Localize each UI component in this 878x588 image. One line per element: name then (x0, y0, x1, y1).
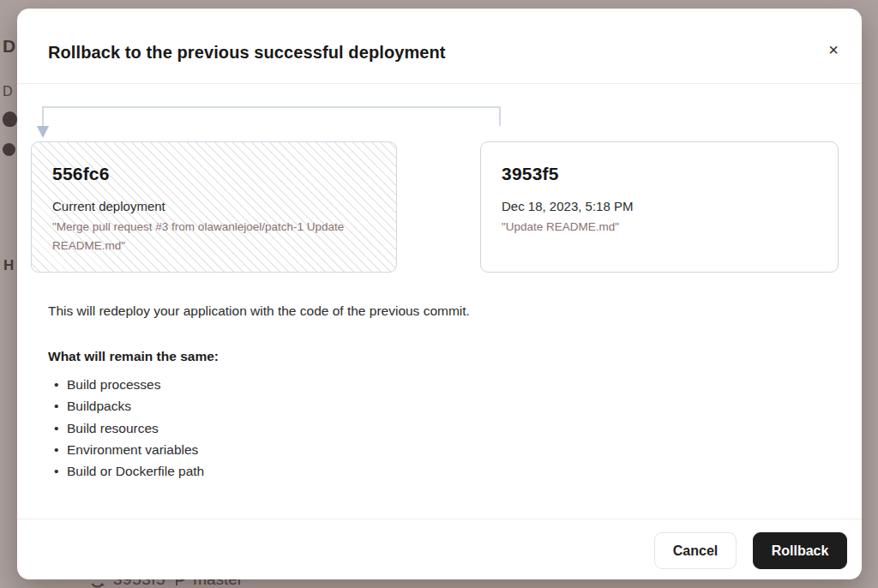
list-item: Environment variables (48, 439, 204, 460)
background-text-fragment: D (3, 36, 15, 57)
commit-hash: 556fc6 (52, 164, 376, 184)
deployment-label: Current deployment (52, 199, 376, 213)
remain-list: Build processes Buildpacks Build resourc… (48, 374, 204, 482)
dialog-title: Rollback to the previous successful depl… (48, 43, 446, 63)
list-item: Build or Dockerfile path (48, 460, 204, 482)
current-deployment-card: 556fc6 Current deployment "Merge pull re… (31, 141, 397, 273)
rollback-button[interactable]: Rollback (753, 532, 847, 569)
rollback-description: This will redeploy your application with… (48, 303, 470, 319)
deployment-date: Dec 18, 2023, 5:18 PM (502, 199, 817, 213)
background-text-fragment: D (3, 84, 13, 99)
rollback-dialog: Rollback to the previous successful depl… (17, 9, 862, 579)
cancel-button[interactable]: Cancel (654, 532, 737, 569)
rollback-arrow (17, 99, 862, 148)
footer-divider (17, 519, 862, 519)
background-text-fragment: H (3, 257, 14, 274)
commit-hash: 3953f5 (502, 164, 817, 184)
remain-heading: What will remain the same: (48, 349, 219, 364)
github-icon (3, 111, 17, 127)
close-icon[interactable]: × (821, 37, 846, 63)
commit-message: "Merge pull request #3 from olawanlejoel… (52, 218, 376, 255)
status-dot-icon (3, 143, 15, 156)
list-item: Build resources (48, 417, 204, 439)
previous-deployment-card: 3953f5 Dec 18, 2023, 5:18 PM "Update REA… (480, 141, 839, 273)
list-item: Buildpacks (48, 395, 204, 417)
header-divider (17, 83, 862, 84)
commit-message: "Update README.md" (502, 218, 817, 237)
list-item: Build processes (48, 374, 204, 395)
